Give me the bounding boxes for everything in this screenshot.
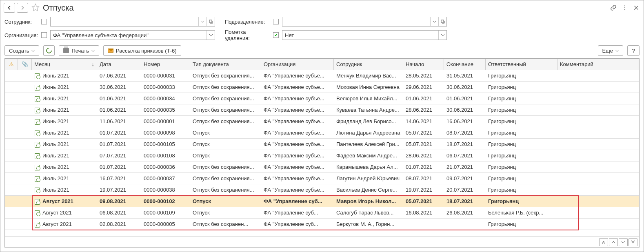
page-title: Отпуска (43, 3, 608, 13)
document-icon (34, 199, 40, 204)
link-icon[interactable] (609, 4, 617, 12)
svg-point-2 (624, 9, 625, 10)
printer-icon (63, 48, 69, 53)
help-button-label: ? (632, 48, 635, 54)
document-icon (34, 153, 40, 159)
document-icon (34, 73, 40, 79)
table-row[interactable]: Июнь 202111.06.20210000-000001Отпуск без… (5, 116, 639, 127)
mailing-button[interactable]: Рассылка приказов (Т-6) (103, 45, 181, 56)
dropdown-icon[interactable] (438, 31, 446, 40)
paperclip-icon: 📎 (22, 61, 28, 67)
scroll-top-button[interactable] (599, 238, 608, 246)
table-row[interactable]: Июль 202101.07.20210000-000105ОтпускФА "… (5, 139, 639, 150)
favorite-star-icon[interactable] (31, 3, 40, 13)
document-icon (34, 96, 40, 102)
help-button[interactable]: ? (627, 45, 640, 56)
document-icon (34, 130, 40, 136)
grid-header: ⚠ 📎 Месяц↓ Дата Номер Тип документа Орга… (5, 59, 639, 70)
org-filter-combo[interactable]: ФА "Управление субъекта федерации" (50, 30, 215, 40)
create-button-label: Создать (9, 48, 29, 54)
refresh-icon (45, 46, 53, 55)
toolbar: Создать Печать Рассылка приказов (Т-6) Е… (0, 43, 644, 58)
table-row[interactable]: Август 202106.08.20210000-000109ОтпускФА… (5, 207, 639, 219)
window: Отпуска Сотрудник: Подразделение: (0, 0, 644, 252)
table-row[interactable]: Июль 202101.07.20210000-000036Отпуск без… (5, 161, 639, 173)
col-header-doctype[interactable]: Тип документа (190, 59, 261, 70)
org-filter-checkbox[interactable] (41, 32, 47, 38)
warning-icon: ⚠ (9, 61, 14, 67)
nav-back-button[interactable] (4, 3, 15, 13)
close-icon[interactable] (632, 4, 640, 12)
print-button-label: Печать (71, 48, 89, 54)
open-dialog-icon[interactable] (438, 17, 446, 26)
scroll-up-button[interactable] (609, 238, 618, 246)
create-button[interactable]: Создать (4, 45, 39, 56)
col-header-date[interactable]: Дата (97, 59, 141, 70)
titlebar: Отпуска (0, 0, 644, 15)
col-header-number[interactable]: Номер (141, 59, 190, 70)
table-row[interactable]: Июнь 202130.06.20210000-000033Отпуск без… (5, 82, 639, 93)
table-row[interactable]: Июль 202107.07.20210000-000108ОтпускФА "… (5, 150, 639, 161)
more-button-label: Еще (602, 48, 613, 54)
document-icon (34, 84, 40, 90)
table-row[interactable]: Август 202102.08.20210000-000005Отпуск б… (5, 219, 639, 230)
employee-filter-label: Сотрудник: (4, 19, 38, 25)
nav-forward-button[interactable] (17, 3, 28, 13)
chevron-down-icon (91, 48, 95, 54)
col-header-comment[interactable]: Комментарий (557, 59, 639, 70)
col-header-employee[interactable]: Сотрудник (334, 59, 403, 70)
col-header-responsible[interactable]: Ответственный (486, 59, 557, 70)
dropdown-icon[interactable] (430, 17, 438, 26)
delmark-filter-label: Пометка удаления: (225, 29, 270, 41)
delmark-filter-checkbox[interactable] (273, 32, 279, 38)
svg-rect-3 (209, 20, 212, 22)
mail-icon (108, 49, 113, 53)
department-filter-checkbox[interactable] (273, 19, 279, 24)
filters-panel: Сотрудник: Подразделение: Организация: Ф… (0, 15, 644, 43)
table-row[interactable]: Август 202109.08.20210000-000102ОтпускФА… (5, 196, 639, 207)
col-header-warning[interactable]: ⚠ (5, 59, 18, 70)
col-header-org[interactable]: Организация (261, 59, 334, 70)
table-row[interactable]: Июнь 202101.06.20210000-000034Отпуск без… (5, 93, 639, 104)
open-dialog-icon[interactable] (207, 17, 215, 26)
table-row[interactable]: Июнь 202101.06.20210000-000035Отпуск без… (5, 104, 639, 116)
document-icon (34, 176, 40, 181)
grid-body[interactable]: Июнь 202107.06.20210000-000031Отпуск без… (5, 70, 639, 237)
document-icon (34, 119, 40, 124)
dropdown-icon[interactable] (207, 31, 215, 40)
more-button[interactable]: Еще (598, 45, 623, 56)
refresh-button[interactable] (43, 45, 55, 56)
chevron-down-icon (615, 48, 619, 54)
sort-descending-icon: ↓ (92, 61, 95, 67)
table-row[interactable]: Июль 202116.07.20210000-000037Отпуск без… (5, 173, 639, 184)
document-icon (34, 187, 40, 193)
document-icon (34, 221, 40, 227)
dropdown-icon[interactable] (198, 17, 207, 26)
grid-footer (5, 237, 639, 247)
employee-filter-checkbox[interactable] (41, 19, 47, 24)
col-header-start[interactable]: Начало (403, 59, 444, 70)
document-icon (34, 141, 40, 147)
col-header-attachment[interactable]: 📎 (18, 59, 32, 70)
svg-point-1 (624, 7, 625, 8)
col-header-end[interactable]: Окончание (444, 59, 486, 70)
print-button[interactable]: Печать (59, 45, 99, 56)
table-row[interactable]: Июль 202119.07.20210000-000038Отпуск без… (5, 184, 639, 196)
svg-point-0 (624, 5, 625, 6)
scroll-down-button[interactable] (619, 238, 628, 246)
document-icon (34, 210, 40, 216)
department-filter-combo[interactable] (282, 17, 447, 27)
delmark-filter-combo[interactable]: Нет (282, 30, 447, 40)
data-grid: ⚠ 📎 Месяц↓ Дата Номер Тип документа Орга… (4, 58, 640, 248)
org-filter-label: Организация: (4, 32, 38, 38)
kebab-menu-icon[interactable] (621, 4, 629, 12)
scroll-bottom-button[interactable] (628, 238, 637, 246)
mailing-button-label: Рассылка приказов (Т-6) (116, 48, 177, 54)
table-row[interactable]: Июнь 202107.06.20210000-000031Отпуск без… (5, 70, 639, 82)
document-icon (34, 164, 40, 170)
col-header-month[interactable]: Месяц↓ (32, 59, 97, 70)
employee-filter-combo[interactable] (50, 17, 215, 27)
document-icon (34, 107, 40, 113)
delmark-filter-value: Нет (282, 32, 438, 38)
table-row[interactable]: Июль 202101.07.20210000-000098ОтпускФА "… (5, 127, 639, 139)
